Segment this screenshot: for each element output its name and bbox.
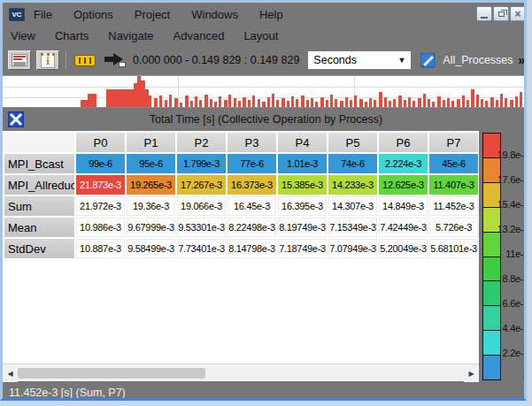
table-cell[interactable]: 14.307e-3 — [328, 196, 377, 216]
status-bar: 11.452e-3 [s] (Sum, P7) — [3, 381, 527, 401]
scrollbar-thumb[interactable] — [18, 368, 205, 379]
close-button[interactable]: × — [510, 6, 526, 21]
table-cell[interactable]: 16.373e-3 — [227, 175, 276, 195]
table-cell[interactable]: 19.066e-3 — [177, 196, 226, 216]
table-cell[interactable]: 9.53301e-3 — [177, 218, 226, 237]
table-cell[interactable]: 10.887e-3 — [76, 239, 125, 258]
restore-button[interactable] — [493, 6, 509, 21]
column-header-p7[interactable]: P7 — [429, 133, 478, 152]
context-info-button[interactable]: i — [36, 50, 59, 70]
minimize-button[interactable] — [476, 6, 492, 21]
table-cell[interactable]: 74e-6 — [328, 154, 377, 173]
table-cell[interactable]: 11.452e-3 — [429, 196, 478, 216]
table-cell[interactable]: 77e-6 — [227, 154, 276, 173]
table-cell[interactable]: 7.18749e-3 — [278, 239, 327, 258]
chart-toolbar-button[interactable] — [8, 50, 31, 70]
table-cell[interactable]: 45e-6 — [429, 154, 478, 173]
process-filter-icon[interactable] — [420, 53, 436, 68]
timeline-bar — [428, 99, 430, 107]
timeline-bar — [466, 100, 469, 107]
table-cell[interactable]: 2.224e-3 — [379, 154, 428, 173]
menu-help[interactable]: Help — [259, 8, 283, 21]
timeline-bar — [291, 96, 294, 107]
table-cell[interactable]: 8.19749e-3 — [278, 218, 327, 237]
table-cell[interactable]: 5.20049e-3 — [379, 239, 428, 258]
menu-charts[interactable]: Charts — [55, 29, 89, 42]
table-cell[interactable]: 11.407e-3 — [429, 175, 478, 195]
table-cell[interactable]: 8.22498e-3 — [227, 218, 276, 237]
column-header-p6[interactable]: P6 — [379, 133, 428, 152]
column-header-p2[interactable]: P2 — [177, 133, 226, 152]
menu-advanced[interactable]: Advanced — [173, 29, 225, 42]
table-cell[interactable]: 14.849e-3 — [379, 196, 428, 216]
menu-project[interactable]: Project — [135, 8, 170, 21]
table-cell[interactable]: 1.799e-3 — [177, 154, 226, 173]
timeline-bar — [393, 99, 396, 107]
color-scale[interactable]: 19.8e-317.6e-315.4e-313.2e-311e-38.8e-36… — [479, 131, 527, 381]
table-cell[interactable]: 5.68101e-3 — [429, 239, 478, 258]
menu-layout[interactable]: Layout — [243, 29, 278, 42]
table-cell[interactable]: 16.45e-3 — [227, 196, 276, 216]
table-cell[interactable]: 5.726e-3 — [429, 218, 478, 237]
table-cell[interactable]: 7.07949e-3 — [328, 239, 377, 258]
panel-title: Total Time [s] (Collective Operation by … — [3, 113, 527, 126]
timeline-bar — [296, 99, 298, 107]
unit-dropdown[interactable]: Seconds ▼ — [307, 50, 412, 70]
table-cell[interactable]: 7.73401e-3 — [177, 239, 226, 258]
table-cell[interactable]: 19.36e-3 — [127, 196, 175, 216]
zoom-forward-icon[interactable] — [104, 53, 126, 67]
table-cell[interactable]: 7.15349e-3 — [328, 218, 377, 237]
table-cell[interactable]: 12.625e-3 — [379, 175, 428, 195]
scroll-left-arrow[interactable]: ◀ — [3, 364, 18, 382]
menu-options[interactable]: Options — [73, 8, 113, 21]
table-cell[interactable]: 1.01e-3 — [278, 154, 327, 173]
timeline-bar — [228, 95, 231, 107]
timeline-bar — [365, 102, 367, 107]
table-cell[interactable]: 16.395e-3 — [278, 196, 327, 216]
timeline-bar — [180, 103, 182, 107]
timeline-bar — [234, 98, 236, 108]
table-cell[interactable]: 7.42449e-3 — [379, 218, 428, 237]
table-cell[interactable]: 95e-6 — [127, 154, 175, 173]
scroll-right-arrow[interactable]: ▶ — [464, 364, 479, 382]
menu-file[interactable]: File — [34, 8, 52, 21]
table-cell[interactable]: 99e-6 — [76, 154, 125, 173]
timeline-bar — [369, 98, 372, 108]
table-cell[interactable]: 21.972e-3 — [76, 196, 125, 216]
timeline-bar — [214, 102, 217, 107]
timeline-bar — [224, 100, 227, 107]
table-cell[interactable]: 9.58499e-3 — [127, 239, 175, 258]
column-header-p4[interactable]: P4 — [278, 133, 327, 152]
timeline-bar — [471, 89, 474, 107]
table-cell[interactable]: 9.67999e-3 — [127, 218, 175, 237]
table-cell[interactable]: 15.385e-3 — [278, 175, 327, 195]
menu-windows[interactable]: Windows — [191, 8, 238, 21]
scale-block — [483, 281, 500, 306]
table-cell[interactable]: 19.265e-3 — [127, 175, 175, 195]
scale-label: 15.4e-3 — [497, 199, 527, 210]
timeline-bar — [384, 97, 387, 107]
column-header-p0[interactable]: P0 — [76, 133, 125, 152]
timeline-bar — [359, 99, 363, 107]
menu-navigate[interactable]: Navigate — [108, 29, 153, 42]
table-cell[interactable]: 17.267e-3 — [177, 175, 226, 195]
table-cell[interactable]: 10.986e-3 — [76, 218, 125, 237]
toolbar-separator — [66, 51, 66, 69]
table-cell[interactable]: 8.14798e-3 — [227, 239, 276, 258]
timeline-bar — [485, 101, 488, 107]
toolbar-overflow-chevron[interactable]: » — [518, 53, 525, 67]
table-cell[interactable]: 21.873e-3 — [76, 175, 125, 195]
timeline-bar — [326, 100, 328, 107]
table-cell[interactable]: 14.233e-3 — [328, 175, 377, 195]
timeline-histogram[interactable] — [3, 75, 527, 108]
column-header-p1[interactable]: P1 — [127, 133, 175, 152]
column-header-p3[interactable]: P3 — [227, 133, 276, 152]
title-bar: VC FileOptionsProjectWindowsHelp × — [3, 3, 527, 27]
column-header-p5[interactable]: P5 — [328, 133, 377, 152]
measure-tape-icon[interactable] — [74, 55, 96, 66]
menu-view[interactable]: View — [11, 29, 35, 42]
scale-block — [483, 233, 500, 257]
chart-icon — [12, 54, 27, 66]
info-icon: i — [41, 53, 55, 68]
horizontal-scrollbar[interactable]: ◀ ▶ — [3, 364, 479, 381]
